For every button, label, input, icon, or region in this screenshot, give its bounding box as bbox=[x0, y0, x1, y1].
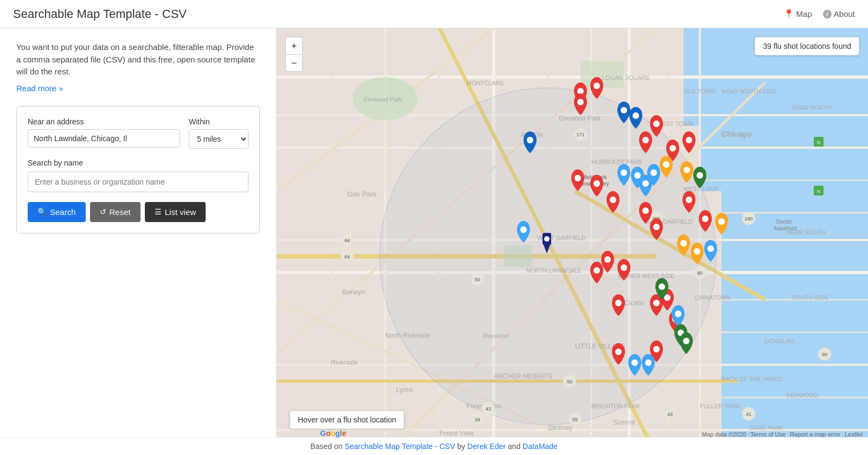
svg-text:BRIGHTON PARK: BRIGHTON PARK bbox=[591, 403, 641, 409]
svg-point-136 bbox=[634, 172, 641, 179]
map-background: Oak Park Berwyn Cicero LITTLE VILLAGE No… bbox=[277, 28, 868, 455]
svg-text:MONTCLARE: MONTCLARE bbox=[467, 80, 504, 86]
svg-point-135 bbox=[621, 169, 627, 176]
footer: Based on Searchable Map Template - CSV b… bbox=[0, 437, 868, 455]
svg-point-111 bbox=[669, 145, 676, 151]
read-more-link[interactable]: Read more » bbox=[16, 84, 260, 93]
report-link[interactable]: Report a map error bbox=[790, 431, 840, 438]
svg-point-130 bbox=[621, 107, 627, 113]
svg-text:Maywood: Maywood bbox=[483, 332, 508, 339]
svg-point-137 bbox=[642, 180, 649, 187]
svg-text:GAGE PARK: GAGE PARK bbox=[749, 425, 784, 431]
footer-and: and bbox=[508, 442, 520, 451]
zoom-out-button[interactable]: − bbox=[285, 54, 303, 72]
nav-about[interactable]: i About bbox=[823, 9, 855, 18]
footer-link1[interactable]: Searchable Map Template - CSV bbox=[344, 442, 455, 451]
svg-text:Lyons: Lyons bbox=[396, 386, 413, 394]
svg-text:HUMBOLDT PARK: HUMBOLDT PARK bbox=[591, 159, 642, 165]
app-header: Searchable Map Template - CSV 📍 Map i Ab… bbox=[0, 0, 868, 28]
svg-text:64: 64 bbox=[344, 254, 350, 260]
svg-point-108 bbox=[577, 99, 584, 105]
svg-point-122 bbox=[702, 216, 709, 222]
map-container[interactable]: Oak Park Berwyn Cicero LITTLE VILLAGE No… bbox=[277, 28, 868, 455]
address-field-group: Near an address bbox=[28, 117, 180, 149]
svg-point-109 bbox=[653, 121, 660, 127]
svg-text:Elmwood Park: Elmwood Park bbox=[559, 115, 601, 122]
app-description: You want to put your data on a searchabl… bbox=[16, 41, 260, 78]
svg-text:290: 290 bbox=[744, 216, 752, 222]
svg-text:34: 34 bbox=[475, 417, 480, 422]
svg-text:FULLER PARK: FULLER PARK bbox=[700, 403, 741, 409]
svg-text:41: 41 bbox=[746, 412, 751, 417]
terms-link[interactable]: Terms of Use bbox=[750, 431, 786, 438]
address-input[interactable] bbox=[28, 129, 180, 148]
svg-point-110 bbox=[642, 137, 649, 143]
main-content: You want to put your data on a searchabl… bbox=[0, 28, 868, 455]
reset-button[interactable]: ↺ Reset bbox=[90, 202, 141, 222]
hover-tooltip: Hover over a flu shot location bbox=[290, 410, 404, 429]
svg-text:Oak Park: Oak Park bbox=[347, 190, 377, 198]
svg-text:CHINATOWN: CHINATOWN bbox=[694, 294, 731, 301]
svg-point-113 bbox=[575, 175, 581, 181]
svg-point-124 bbox=[653, 300, 660, 306]
svg-point-143 bbox=[645, 359, 652, 366]
svg-point-129 bbox=[527, 137, 533, 143]
footer-author1[interactable]: Derek Eder bbox=[467, 442, 506, 451]
svg-text:90: 90 bbox=[697, 270, 703, 276]
name-search-input[interactable] bbox=[28, 172, 248, 192]
search-panel: Near an address Within 1 mile 2 miles 5 … bbox=[16, 106, 260, 233]
app-title: Searchable Map Template - CSV bbox=[13, 7, 187, 21]
google-logo-g: G bbox=[320, 429, 326, 438]
map-svg: Oak Park Berwyn Cicero LITTLE VILLAGE No… bbox=[277, 28, 868, 455]
svg-text:Cicero: Cicero bbox=[624, 299, 644, 307]
footer-by: by bbox=[457, 442, 465, 451]
svg-text:55: 55 bbox=[572, 417, 578, 422]
google-logo: G o o g l e bbox=[320, 429, 346, 438]
nav-map[interactable]: 📍 Map bbox=[783, 9, 812, 19]
google-logo-e: e bbox=[342, 429, 346, 438]
svg-point-131 bbox=[633, 112, 639, 119]
svg-text:43: 43 bbox=[486, 406, 491, 412]
svg-point-118 bbox=[604, 256, 611, 263]
svg-point-128 bbox=[653, 346, 660, 352]
zoom-in-button[interactable]: + bbox=[285, 37, 303, 54]
svg-point-142 bbox=[631, 359, 638, 366]
sidebar: You want to put your data on a searchabl… bbox=[0, 28, 277, 455]
results-badge: 39 flu shot locations found bbox=[755, 37, 859, 55]
svg-text:43: 43 bbox=[667, 412, 673, 417]
svg-text:DOUGLAS: DOUGLAS bbox=[765, 338, 794, 344]
svg-point-115 bbox=[610, 197, 616, 203]
svg-text:BACK OF THE YARDS: BACK OF THE YARDS bbox=[722, 376, 783, 382]
reset-button-label: Reset bbox=[110, 207, 131, 217]
svg-point-145 bbox=[659, 283, 665, 290]
svg-text:LOGAN SQUARE: LOGAN SQUARE bbox=[602, 74, 650, 81]
search-button[interactable]: 🔍 Search bbox=[28, 202, 86, 222]
svg-point-150 bbox=[718, 218, 725, 225]
svg-point-134 bbox=[544, 236, 550, 242]
list-view-button[interactable]: ☰ List view bbox=[145, 202, 206, 222]
svg-text:M: M bbox=[817, 140, 821, 145]
svg-text:SOUTH SIDE: SOUTH SIDE bbox=[792, 294, 828, 301]
svg-point-127 bbox=[615, 349, 622, 355]
svg-point-121 bbox=[653, 224, 660, 230]
address-label: Near an address bbox=[28, 117, 180, 126]
svg-point-149 bbox=[684, 167, 690, 173]
footer-author2[interactable]: DataMade bbox=[522, 442, 558, 451]
list-view-label: List view bbox=[165, 207, 196, 217]
svg-point-152 bbox=[694, 248, 700, 255]
svg-point-117 bbox=[686, 197, 692, 203]
within-select[interactable]: 1 mile 2 miles 5 miles 10 miles 25 miles bbox=[189, 129, 248, 149]
svg-point-112 bbox=[686, 137, 692, 143]
svg-text:NORTH LAWNDALE: NORTH LAWNDALE bbox=[526, 267, 582, 274]
map-data-credit: Map data ©2020 bbox=[702, 431, 746, 438]
svg-point-147 bbox=[683, 338, 690, 344]
within-label: Within bbox=[189, 117, 248, 126]
header-nav: 📍 Map i About bbox=[783, 9, 855, 19]
search-button-label: Search bbox=[50, 207, 76, 217]
svg-text:50: 50 bbox=[567, 379, 572, 384]
button-row: 🔍 Search ↺ Reset ☰ List view bbox=[28, 202, 248, 222]
svg-point-123 bbox=[615, 300, 622, 306]
svg-text:Chicago: Chicago bbox=[722, 130, 751, 138]
leaflet-link[interactable]: Leaflet bbox=[845, 431, 863, 438]
search-by-name-label: Search by name bbox=[28, 159, 248, 167]
